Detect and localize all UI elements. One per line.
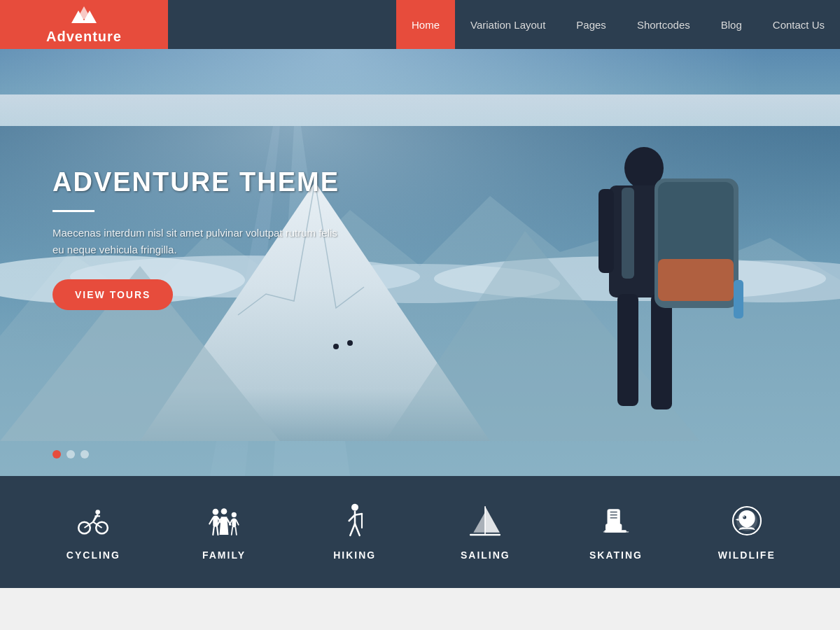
hero-content: ADVENTURE THEME Maecenas interdum nisl s… [52,168,346,310]
hero-section: ADVENTURE THEME Maecenas interdum nisl s… [0,49,840,476]
slider-dots [52,450,89,458]
svg-point-47 [232,512,237,517]
wildlife-label: WILDLIFE [718,550,776,561]
svg-marker-60 [485,506,500,533]
svg-rect-23 [651,294,672,410]
main-nav: Home Variation Layout Pages Shortcodes B… [396,0,840,49]
svg-rect-20 [598,189,614,273]
svg-point-43 [221,508,227,514]
header: Adventure Home Variation Layout Pages Sh… [0,0,840,49]
svg-point-16 [333,344,339,349]
svg-point-31 [96,510,101,514]
hero-divider [52,210,94,212]
slider-dot-3[interactable] [80,450,89,458]
svg-point-73 [743,516,746,519]
svg-line-56 [355,514,362,515]
svg-line-41 [213,527,214,535]
nav-shortcodes[interactable]: Shortcodes [622,0,706,49]
svg-point-17 [347,340,353,346]
categories-bar: CYCLING [0,476,840,588]
svg-line-39 [209,518,213,524]
nav-home[interactable]: Home [396,0,455,49]
category-sailing[interactable]: SAILING [420,503,551,561]
svg-rect-65 [606,524,622,531]
logo[interactable]: Adventure [0,0,168,49]
svg-rect-67 [603,531,629,533]
sailing-label: SAILING [461,550,510,561]
category-family[interactable]: FAMILY [159,503,290,561]
nav-pages[interactable]: Pages [561,0,622,49]
svg-rect-26 [658,259,734,301]
sailing-icon [468,503,503,538]
category-wildlife[interactable]: WILDLIFE [681,503,812,561]
svg-point-37 [213,509,219,515]
cycling-label: CYCLING [66,550,120,561]
svg-rect-27 [622,188,634,279]
logo-icon [71,5,97,27]
nav-variation-layout[interactable]: Variation Layout [455,0,561,49]
slider-dot-1[interactable] [52,450,61,458]
logo-text: Adventure [46,29,122,45]
category-hiking[interactable]: HIKING [289,503,420,561]
hiking-label: HIKING [333,550,376,561]
skating-label: SKATING [589,550,643,561]
svg-line-52 [235,527,236,535]
svg-line-50 [236,520,239,525]
hiking-icon [337,503,372,538]
nav-contact[interactable]: Contact Us [757,0,840,49]
category-skating[interactable]: SKATING [551,503,682,561]
family-label: FAMILY [202,550,246,561]
svg-point-53 [351,504,358,511]
svg-line-58 [355,524,360,536]
cycling-icon [76,503,111,538]
category-cycling[interactable]: CYCLING [28,503,159,561]
svg-line-42 [217,527,218,535]
svg-rect-28 [734,280,743,318]
svg-line-57 [350,524,355,536]
svg-rect-22 [617,294,638,406]
why-section: WHY CHOOSE US? [0,588,840,630]
svg-point-74 [743,516,745,517]
skating-icon [598,503,634,538]
family-icon [206,503,241,538]
svg-marker-61 [474,512,486,533]
slider-dot-2[interactable] [66,450,75,458]
hero-description: Maecenas interdum nisl sit amet pulvinar… [52,225,346,258]
nav-blog[interactable]: Blog [706,0,757,49]
svg-line-51 [232,527,232,535]
view-tours-button[interactable]: VIEW TOURS [52,279,173,310]
wildlife-icon [729,503,764,538]
hero-title: ADVENTURE THEME [52,168,346,197]
